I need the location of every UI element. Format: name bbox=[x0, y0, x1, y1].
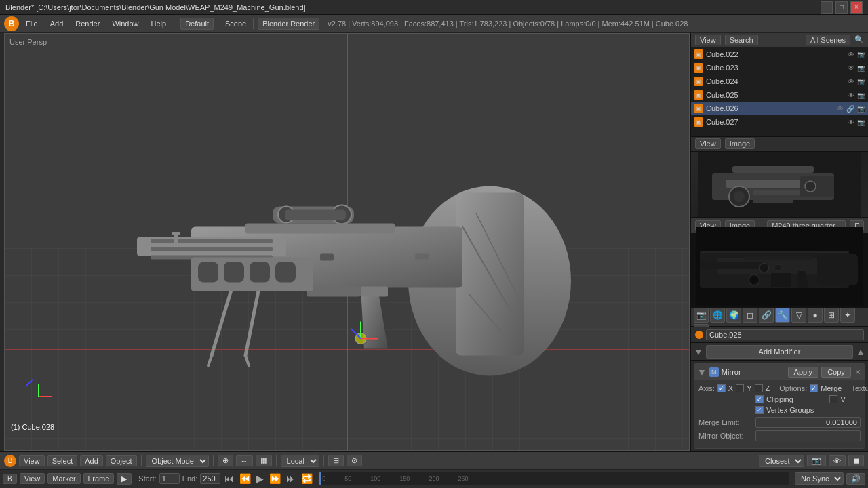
preview-image-btn[interactable]: Image bbox=[725, 138, 755, 149]
render-toggle[interactable]: 📷 bbox=[857, 64, 865, 72]
end-frame-input[interactable] bbox=[200, 473, 220, 484]
view-timeline-btn[interactable]: View bbox=[20, 473, 45, 484]
scene-props-btn[interactable]: 🌐 bbox=[710, 308, 725, 323]
copy-button[interactable]: Copy bbox=[821, 367, 851, 378]
goto-start-btn[interactable]: ⏮ bbox=[223, 473, 235, 484]
clipping-checkbox[interactable]: ✓ bbox=[755, 395, 764, 403]
mirror-object-input[interactable] bbox=[755, 430, 861, 441]
window-controls[interactable]: − □ × bbox=[821, 1, 863, 14]
local-selector[interactable]: Local bbox=[281, 455, 319, 467]
vertex-groups-label: Vertex Groups bbox=[766, 406, 814, 414]
svg-rect-25 bbox=[224, 262, 244, 283]
visibility-toggle[interactable]: 👁 bbox=[837, 105, 844, 113]
add-modifier-button[interactable]: Add Modifier bbox=[706, 345, 853, 359]
solid-btn[interactable]: ◼ bbox=[848, 455, 864, 466]
maximize-button[interactable]: □ bbox=[835, 1, 848, 14]
texture-props-btn[interactable]: ⊞ bbox=[824, 308, 839, 323]
render-view-btn[interactable]: 👁 bbox=[829, 455, 846, 466]
render-toggle[interactable]: 📷 bbox=[857, 78, 865, 85]
outliner-item[interactable]: ▣ Cube.024 👁 📷 bbox=[691, 75, 868, 88]
render-engine-selector[interactable]: Blender Render bbox=[258, 18, 319, 30]
start-frame-input[interactable] bbox=[159, 473, 180, 484]
dropdown-icon[interactable]: ▲ bbox=[856, 346, 865, 357]
visibility-toggle[interactable]: 👁 bbox=[848, 78, 854, 85]
add-btn[interactable]: Add bbox=[80, 455, 103, 466]
axis-y-checkbox[interactable] bbox=[736, 384, 744, 392]
outliner-item[interactable]: ▣ Cube.022 👁 📷 bbox=[691, 47, 868, 61]
loop-btn[interactable]: 🔁 bbox=[300, 473, 314, 484]
visibility-toggle[interactable]: 👁 bbox=[848, 92, 854, 99]
play-btn[interactable]: ▶ bbox=[255, 473, 265, 484]
visibility-toggle[interactable]: 👁 bbox=[848, 51, 854, 58]
no-sync-selector[interactable]: No Sync bbox=[795, 472, 844, 485]
axis-x-checkbox[interactable]: ✓ bbox=[717, 384, 726, 392]
visibility-toggle[interactable]: 👁 bbox=[848, 119, 854, 126]
preview-view-btn[interactable]: View bbox=[695, 138, 721, 149]
outliner-view-btn[interactable]: View bbox=[695, 35, 721, 45]
menu-help[interactable]: Help bbox=[146, 18, 172, 29]
snap-type-selector[interactable]: Closest bbox=[759, 455, 804, 467]
material-props-btn[interactable]: ● bbox=[808, 308, 823, 323]
next-frame-btn[interactable]: ⏩ bbox=[268, 473, 282, 484]
outliner-search-btn[interactable]: Search bbox=[725, 35, 758, 45]
object-name: Cube.025 bbox=[706, 91, 845, 99]
menu-window[interactable]: Window bbox=[106, 18, 144, 29]
viewport-3d[interactable]: User Persp bbox=[4, 33, 690, 451]
render-props-btn[interactable]: 📷 bbox=[694, 308, 709, 323]
constraint-props-btn[interactable]: 🔗 bbox=[759, 308, 774, 323]
frame-btn[interactable]: Frame bbox=[83, 473, 115, 484]
outliner-item[interactable]: ▣ Cube.027 👁 📷 bbox=[691, 115, 868, 129]
layer-btn[interactable]: ▦ bbox=[256, 455, 272, 466]
data-props-btn[interactable]: ▽ bbox=[791, 308, 806, 323]
object-props-btn[interactable]: ◻ bbox=[743, 308, 757, 323]
render-toggle[interactable]: 📷 bbox=[857, 51, 865, 58]
timeline-icon-btn[interactable]: B bbox=[3, 474, 17, 484]
render-toggle[interactable]: 📷 bbox=[857, 119, 865, 126]
merge-checkbox[interactable]: ✓ bbox=[810, 384, 818, 392]
close-button[interactable]: × bbox=[850, 1, 863, 14]
manipulator-btn[interactable]: ↔ bbox=[236, 455, 253, 466]
playback-btn2[interactable]: ▶ bbox=[117, 473, 132, 485]
outliner-search-icon[interactable]: 🔍 bbox=[854, 35, 864, 44]
select-btn[interactable]: Select bbox=[47, 455, 78, 466]
visibility-toggle[interactable]: 👁 bbox=[848, 64, 854, 72]
object-name-input[interactable] bbox=[706, 329, 864, 340]
axis-z-checkbox[interactable] bbox=[755, 384, 763, 392]
mode-selector[interactable]: Object Mode bbox=[146, 455, 209, 467]
merge-limit-input[interactable] bbox=[755, 417, 861, 428]
outliner-item-selected[interactable]: ▣ Cube.026 👁 🔗 📷 bbox=[691, 102, 868, 115]
expand-icon[interactable]: ▼ bbox=[694, 346, 703, 357]
prev-frame-btn[interactable]: ⏪ bbox=[238, 473, 252, 484]
outliner-item[interactable]: ▣ Cube.025 👁 📷 bbox=[691, 88, 868, 102]
object-btn[interactable]: Object bbox=[106, 455, 137, 466]
outliner-scene-selector[interactable]: All Scenes bbox=[806, 35, 850, 45]
marker-btn[interactable]: Marker bbox=[47, 473, 80, 484]
outliner-item[interactable]: ▣ Cube.023 👁 📷 bbox=[691, 61, 868, 75]
proportional-btn[interactable]: ⊙ bbox=[347, 455, 362, 466]
minimize-button[interactable]: − bbox=[821, 1, 833, 14]
link-icon[interactable]: 🔗 bbox=[846, 105, 854, 113]
render-toggle[interactable]: 📷 bbox=[857, 105, 865, 113]
layout-selector[interactable]: Default bbox=[180, 18, 214, 30]
merge-limit-row: Merge Limit: bbox=[698, 417, 861, 428]
timeline-bar[interactable]: 0 50 100 150 200 250 bbox=[319, 472, 789, 485]
menu-file[interactable]: File bbox=[20, 18, 43, 29]
modifier-props-btn[interactable]: 🔧 bbox=[775, 308, 790, 323]
mod-expand-icon[interactable]: ▼ bbox=[697, 367, 707, 378]
particles-props-btn[interactable]: ✦ bbox=[840, 308, 855, 323]
camera-btn[interactable]: 📷 bbox=[807, 455, 826, 466]
goto-end-btn[interactable]: ⏭ bbox=[285, 473, 297, 484]
menu-render[interactable]: Render bbox=[70, 18, 105, 29]
snap-btn[interactable]: ⊞ bbox=[328, 455, 344, 466]
audio-btn[interactable]: 🔊 bbox=[846, 473, 865, 485]
menu-add[interactable]: Add bbox=[45, 18, 69, 29]
apply-button[interactable]: Apply bbox=[788, 367, 819, 378]
info-bar: v2.78 | Verts:894,093 | Faces:887,413 | … bbox=[328, 20, 688, 28]
mod-close-btn[interactable]: × bbox=[854, 367, 862, 378]
view-btn[interactable]: View bbox=[19, 455, 45, 466]
render-toggle[interactable]: 📷 bbox=[857, 92, 865, 99]
world-props-btn[interactable]: 🌍 bbox=[726, 308, 741, 323]
v-checkbox[interactable] bbox=[829, 395, 837, 403]
vertex-groups-checkbox[interactable]: ✓ bbox=[755, 406, 764, 414]
pivot-btn[interactable]: ⊕ bbox=[218, 455, 233, 466]
